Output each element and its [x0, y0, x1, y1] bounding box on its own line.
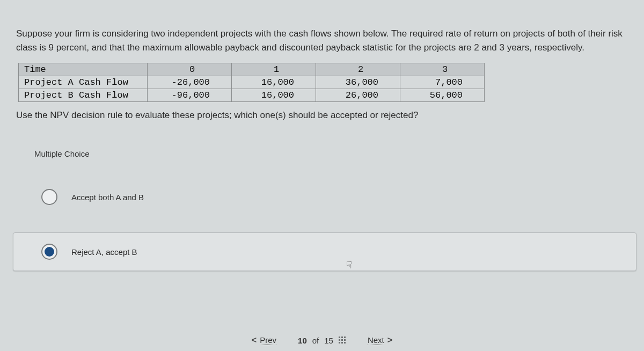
table-cell: 26,000 — [316, 89, 400, 102]
grid-icon[interactable] — [339, 337, 346, 344]
prev-button[interactable]: < Prev — [246, 333, 282, 347]
multiple-choice-label: Multiple Choice — [34, 149, 644, 158]
prev-label: Prev — [260, 335, 276, 345]
current-number: 10 — [298, 336, 307, 345]
table-row: Project A Cash Flow -26,000 16,000 36,00… — [19, 76, 485, 89]
question-intro-text: Suppose your firm is considering two ind… — [0, 0, 644, 63]
question-prompt-text: Use the NPV decision rule to evaluate th… — [0, 102, 644, 128]
table-cell: 16,000 — [232, 89, 316, 102]
table-cell: 16,000 — [232, 76, 316, 89]
question-counter[interactable]: 10 of 15 — [292, 336, 352, 345]
choice-text: Reject A, accept B — [71, 247, 137, 257]
table-cell: -26,000 — [148, 76, 232, 89]
table-cell: -96,000 — [148, 89, 232, 102]
table-header-col: 1 — [232, 63, 316, 76]
choice-option[interactable]: Reject A, accept B — [13, 232, 636, 271]
choice-text: Accept both A and B — [71, 193, 144, 202]
of-word: of — [312, 336, 319, 345]
table-cell: 7,000 — [400, 76, 485, 89]
chevron-right-icon: > — [387, 335, 392, 345]
table-header-col: 3 — [400, 63, 485, 76]
next-button[interactable]: Next > — [362, 333, 398, 347]
table-header-col: 2 — [316, 63, 400, 76]
table-cell: 36,000 — [316, 76, 400, 89]
cash-flow-table: Time 0 1 2 3 Project A Cash Flow -26,000… — [18, 63, 485, 102]
radio-selected-icon[interactable] — [41, 244, 57, 260]
table-header-row: Time 0 1 2 3 — [19, 63, 485, 76]
bottom-nav: < Prev 10 of 15 Next > — [0, 330, 644, 351]
total-number: 15 — [324, 336, 333, 345]
table-row-label: Project A Cash Flow — [19, 76, 148, 89]
radio-unselected-icon[interactable] — [41, 189, 57, 205]
chevron-left-icon: < — [252, 335, 257, 345]
table-row: Project B Cash Flow -96,000 16,000 26,00… — [19, 89, 485, 102]
table-header-col: 0 — [148, 63, 232, 76]
choice-option[interactable]: Accept both A and B — [28, 178, 631, 216]
next-label: Next — [368, 335, 384, 345]
table-row-label: Project B Cash Flow — [19, 89, 148, 102]
table-cell: 56,000 — [400, 89, 485, 102]
table-header-label: Time — [19, 63, 148, 76]
